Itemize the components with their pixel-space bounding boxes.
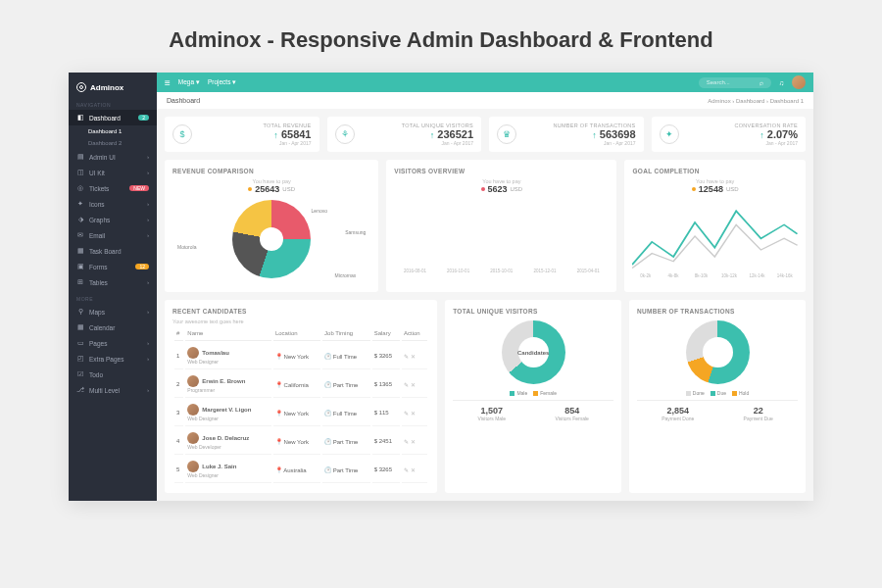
sidebar-item-pages[interactable]: ▭Pages› [69,335,157,351]
unique-donut-chart: Candidates [502,320,565,384]
stat-value: 854 [555,406,588,416]
sidebar-item-icons[interactable]: ✦Icons› [69,196,157,212]
sidebar-item-extra[interactable]: ◰Extra Pages› [69,351,157,367]
nav-label: Todo [89,371,103,378]
sidebar-item-taskboard[interactable]: ▦Task Board [69,243,157,259]
nav-label: Email [89,232,105,239]
th-name[interactable]: Name [185,326,271,341]
sidebar-item-todo[interactable]: ☑Todo [69,367,157,382]
x-label: 2016-08-01 [394,269,435,273]
card-title: REVENUE COMPARISON [172,168,370,174]
x-label: 2015-12-01 [524,269,565,273]
dashboard-icon: ◧ [76,114,84,122]
bar-x-labels: 2016-08-012016-10-012015-10-012015-12-01… [394,269,609,273]
line-x-labels: 0k-2k4k-8k8k-10k10k-12k12k-14k14k-16k [632,273,798,278]
ticket-icon: ◎ [76,184,84,192]
sidebar-item-dashboard[interactable]: ◧Dashboard2 [69,110,157,125]
cell-loc: 📍 Australia [273,457,320,483]
calendar-icon: ▦ [76,323,84,331]
sidebar-item-adminui[interactable]: ▤Admin UI› [69,149,157,165]
breadcrumb-trail: Adminox › Dashboard › Dashboard 1 [708,98,804,104]
sidebar-sub-dashboard2[interactable]: Dashboard 2 [69,137,157,149]
x-label: 12k-14k [744,273,769,278]
brand-logo[interactable]: Adminox [69,78,157,96]
delete-icon[interactable]: ✕ [411,439,416,445]
projects-dropdown[interactable]: Projects ▾ [208,78,236,86]
kpi-sub: Jan - Apr 2017 [522,140,636,146]
sidebar-item-maps[interactable]: ⚲Maps› [69,304,157,319]
sidebar-item-email[interactable]: ✉Email› [69,227,157,243]
sidebar-item-tables[interactable]: ⊞Tables› [69,274,157,290]
delete-icon[interactable]: ✕ [411,411,416,416]
kpi-card: ✦CONVERSATION RATE↑ 2.07%Jan - Apr 2017 [652,117,807,152]
card-title: RECENT CANDIDATES [172,308,429,315]
th-act[interactable]: Action [402,326,427,341]
kpi-row: $TOTAL REVENUE↑ 65841Jan - Apr 2017⚘TOTA… [165,117,806,152]
th-job[interactable]: Job Timing [322,326,370,341]
stat-label: Payment Done [662,416,694,421]
edit-icon[interactable]: ✎ [404,467,409,473]
charts-row: REVENUE COMPARISON You have to pay 25643… [165,160,806,292]
cell-job: 🕐 Full Time [322,400,370,426]
th-loc[interactable]: Location [273,326,320,341]
cell-name: Jose D. DelacruzWeb Developer [185,428,271,455]
stat-value: 1,507 [477,406,506,416]
cell-job: 🕐 Part Time [322,428,370,455]
breadcrumb-bar: Dashboard Adminox › Dashboard › Dashboar… [157,92,813,109]
kpi-value: ↑ 65841 [198,128,312,140]
cell-sal: $ 2451 [372,428,400,455]
forms-icon: ▣ [76,263,84,270]
cell-name: TomaslauWeb Designer [185,343,271,369]
bottom-row: RECENT CANDIDATES Your awesome text goes… [165,300,806,493]
pie-label: Lenovo [312,208,327,214]
cell-job: 🕐 Part Time [322,457,370,483]
pie-label: Samsung [345,229,366,235]
nav-label: Tickets [89,185,109,192]
sidebar-item-multi[interactable]: ⎇Multi Level› [69,382,157,398]
kpi-card: ♛NUMBER OF TRANSACTIONS↑ 563698Jan - Apr… [489,117,644,152]
nav-label: Dashboard [89,115,121,122]
candidates-card: RECENT CANDIDATES Your awesome text goes… [165,300,437,493]
edit-icon[interactable]: ✎ [404,354,409,360]
sidebar-item-calendar[interactable]: ▦Calendar [69,319,157,335]
unique-legend: MaleFemale [453,390,613,396]
sidebar-item-uikit[interactable]: ◫UI Kit› [69,165,157,180]
delete-icon[interactable]: ✕ [411,382,416,388]
delete-icon[interactable]: ✕ [411,467,416,473]
sidebar-item-graphs[interactable]: ⬗Graphs› [69,212,157,227]
nav-label: UI Kit [89,170,105,176]
chevron-icon: › [147,356,149,362]
edit-icon[interactable]: ✎ [404,411,409,416]
th-num[interactable]: # [174,326,183,341]
kpi-value: ↑ 563698 [522,128,636,140]
user-avatar[interactable] [792,75,806,89]
table-row: 1TomaslauWeb Designer📍 New York🕐 Full Ti… [174,343,427,369]
tree-icon: ⎇ [76,386,84,394]
cell-loc: 📍 New York [273,428,320,455]
badge: 12 [135,264,149,270]
visitors-value: 5623 USD [394,184,609,194]
sidebar-sub-dashboard1[interactable]: Dashboard 1 [69,125,157,137]
chevron-icon: › [147,217,149,222]
layers-icon: ▤ [76,153,84,161]
badge: NEW [129,185,149,191]
bell-icon[interactable]: ♫ [779,79,784,86]
nav-section-label: NAVIGATION [69,96,157,110]
card-title: VISITORS OVERVIEW [394,168,609,174]
search-box[interactable]: ⌕ [699,77,771,88]
cell-actions: ✎ ✕ [402,428,427,455]
search-input[interactable] [707,79,756,85]
edit-icon[interactable]: ✎ [404,439,409,445]
sidebar-item-tickets[interactable]: ◎TicketsNEW [69,180,157,196]
search-icon[interactable]: ⌕ [760,79,763,86]
th-sal[interactable]: Salary [372,326,400,341]
sidebar-item-forms[interactable]: ▣Forms12 [69,259,157,274]
stat-label: Payment Due [744,416,773,421]
mega-dropdown[interactable]: Mega ▾ [178,78,200,86]
revenue-card: REVENUE COMPARISON You have to pay 25643… [165,160,378,292]
edit-icon[interactable]: ✎ [404,382,409,388]
delete-icon[interactable]: ✕ [411,354,416,360]
menu-toggle-icon[interactable]: ≡ [165,77,171,88]
table-row: 5Luke J. SainWeb Designer📍 Australia🕐 Pa… [174,457,427,483]
avatar [187,347,199,359]
